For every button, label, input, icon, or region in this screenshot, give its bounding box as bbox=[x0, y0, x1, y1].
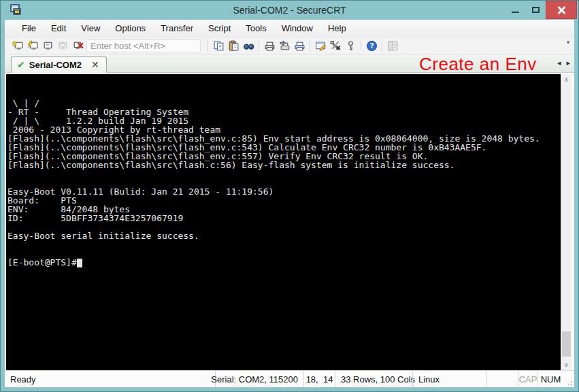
terminal-prompt-line: [E-boot@PTS]# bbox=[7, 258, 561, 267]
securecrt-window: Serial-COM2 - SecureCRT FileEditViewOpti… bbox=[0, 0, 579, 392]
scroll-down-icon[interactable]: ∨ bbox=[561, 359, 572, 370]
tab-label: Serial-COM2 bbox=[29, 60, 82, 70]
print-icon[interactable] bbox=[262, 39, 277, 52]
maximize-icon[interactable] bbox=[525, 1, 546, 19]
help-icon[interactable]: ? bbox=[364, 39, 379, 52]
menu-item[interactable]: Help bbox=[320, 20, 354, 36]
menu-item[interactable]: View bbox=[73, 20, 107, 36]
minimize-icon[interactable] bbox=[505, 1, 525, 19]
annotation-create-an-env: Create an Env bbox=[419, 54, 537, 75]
window-title: Serial-COM2 - SecureCRT bbox=[1, 5, 578, 16]
toolbar-separator bbox=[208, 40, 208, 52]
toolbar-separator bbox=[382, 40, 382, 52]
terminal-line bbox=[7, 169, 561, 178]
toolbar-separator bbox=[310, 40, 310, 52]
status-emulation: Linux bbox=[412, 371, 486, 387]
session-options-icon[interactable] bbox=[313, 39, 328, 52]
menu-item[interactable]: File bbox=[14, 20, 44, 36]
tab-serial-com2[interactable]: ✔ Serial-COM2 ✕ bbox=[11, 56, 107, 73]
toolbar: ? ▾ bbox=[5, 37, 574, 54]
close-icon[interactable] bbox=[546, 1, 577, 19]
terminal-cursor bbox=[77, 259, 82, 267]
shell-prompt: [E-boot@PTS]# bbox=[7, 257, 77, 267]
quick-connect-icon[interactable] bbox=[10, 39, 25, 52]
global-options-icon[interactable] bbox=[328, 39, 343, 52]
menu-item[interactable]: Edit bbox=[44, 20, 73, 36]
menu-item[interactable]: Tools bbox=[238, 20, 274, 36]
toolbar-separator bbox=[259, 40, 259, 52]
scroll-up-icon[interactable]: ∧ bbox=[561, 74, 572, 85]
toolbar-separator bbox=[361, 40, 361, 52]
terminal-area: \ | /- RT - Thread Operating System / | … bbox=[5, 73, 574, 370]
paste-icon[interactable] bbox=[226, 39, 241, 52]
tab-scroll-right-icon[interactable]: ▸ bbox=[566, 59, 570, 67]
disconnect-icon[interactable] bbox=[70, 39, 85, 52]
key-agent-icon[interactable] bbox=[343, 39, 358, 52]
terminal-line: Easy-Boot V0.11.11 (Bulid: Jan 21 2015 -… bbox=[7, 187, 561, 196]
status-bar: Ready Serial: COM2, 115200 18, 14 33 Row… bbox=[5, 370, 574, 387]
menu-item[interactable]: Options bbox=[107, 20, 153, 36]
terminal-line: [Flash](..\components\flash\src\flash.c:… bbox=[7, 161, 561, 169]
status-caps-lock: CAP bbox=[518, 371, 537, 387]
terminal-line: ID: 5DBFF3734374E3257067919 bbox=[7, 214, 561, 223]
printer-icon[interactable] bbox=[292, 39, 307, 52]
resize-grip[interactable] bbox=[563, 371, 574, 387]
tab-scroll-left-icon[interactable]: ◂ bbox=[557, 59, 561, 67]
menu-item[interactable]: Script bbox=[201, 20, 238, 36]
session-manager-icon[interactable] bbox=[385, 39, 400, 52]
menu-item[interactable]: Transfer bbox=[153, 20, 201, 36]
status-ready: Ready bbox=[5, 371, 215, 387]
tab-close-icon[interactable]: ✕ bbox=[91, 60, 99, 69]
connect-dialog-icon[interactable] bbox=[40, 39, 55, 52]
status-grid-size: 33 Rows, 100 Cols bbox=[335, 371, 412, 387]
terminal-screen[interactable]: \ | /- RT - Thread Operating System / | … bbox=[6, 74, 561, 370]
connect-icon[interactable] bbox=[25, 39, 40, 52]
status-serial: Serial: COM2, 115200 bbox=[215, 371, 303, 387]
reconnect-icon[interactable] bbox=[55, 39, 70, 52]
find-icon[interactable] bbox=[241, 39, 256, 52]
host-input[interactable] bbox=[86, 39, 201, 52]
menu-item[interactable]: Window bbox=[274, 20, 320, 36]
svg-text:?: ? bbox=[369, 42, 374, 50]
copy-icon[interactable] bbox=[211, 39, 226, 52]
status-blank bbox=[486, 371, 518, 387]
title-bar: Serial-COM2 - SecureCRT bbox=[1, 1, 578, 20]
scrollbar-thumb[interactable] bbox=[562, 331, 571, 357]
print-selection-icon[interactable] bbox=[277, 39, 292, 52]
toolbar-overflow-icon[interactable]: ▾ bbox=[564, 39, 572, 45]
vertical-scrollbar[interactable]: ∧ ∨ bbox=[561, 74, 572, 370]
status-num-lock: NUM bbox=[537, 371, 563, 387]
terminal-line: Easy-Boot serial initialize success. bbox=[7, 231, 561, 240]
status-cursor-position: 18, 14 bbox=[303, 371, 335, 387]
connected-check-icon: ✔ bbox=[17, 60, 25, 69]
menu-bar: FileEditViewOptionsTransferScriptToolsWi… bbox=[5, 20, 574, 37]
